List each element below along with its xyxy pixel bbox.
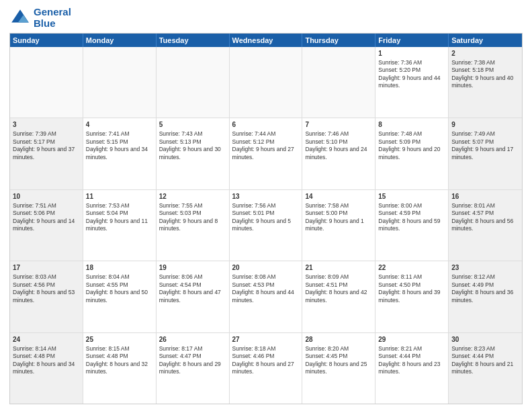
calendar-week: 1Sunrise: 7:36 AM Sunset: 5:20 PM Daylig… [10, 47, 522, 118]
day-info: Sunrise: 8:21 AM Sunset: 4:44 PM Dayligh… [378, 345, 445, 376]
calendar-cell [83, 47, 157, 118]
day-info: Sunrise: 8:17 AM Sunset: 4:47 PM Dayligh… [159, 345, 226, 376]
calendar-cell: 30Sunrise: 8:23 AM Sunset: 4:44 PM Dayli… [449, 333, 522, 404]
calendar-cell: 22Sunrise: 8:11 AM Sunset: 4:50 PM Dayli… [375, 261, 449, 332]
day-number: 14 [305, 192, 372, 201]
calendar-cell: 2Sunrise: 7:38 AM Sunset: 5:18 PM Daylig… [449, 47, 522, 118]
day-number: 11 [86, 192, 153, 201]
day-number: 22 [378, 263, 445, 272]
day-info: Sunrise: 8:06 AM Sunset: 4:54 PM Dayligh… [159, 273, 226, 304]
calendar-cell: 7Sunrise: 7:46 AM Sunset: 5:10 PM Daylig… [302, 118, 375, 189]
page: General Blue SundayMondayTuesdayWednesda… [0, 0, 532, 411]
day-info: Sunrise: 7:55 AM Sunset: 5:03 PM Dayligh… [159, 202, 226, 233]
calendar-cell: 18Sunrise: 8:04 AM Sunset: 4:55 PM Dayli… [83, 261, 157, 332]
calendar-cell: 9Sunrise: 7:49 AM Sunset: 5:07 PM Daylig… [449, 118, 522, 189]
calendar-day-header: Saturday [449, 34, 522, 47]
day-number: 18 [86, 263, 153, 272]
calendar-cell: 27Sunrise: 8:18 AM Sunset: 4:46 PM Dayli… [230, 333, 303, 404]
day-info: Sunrise: 8:18 AM Sunset: 4:46 PM Dayligh… [232, 345, 300, 376]
day-number: 1 [378, 49, 445, 58]
day-number: 24 [13, 335, 80, 344]
calendar-week: 10Sunrise: 7:51 AM Sunset: 5:06 PM Dayli… [10, 190, 522, 261]
calendar-cell: 28Sunrise: 8:20 AM Sunset: 4:45 PM Dayli… [302, 333, 375, 404]
calendar-week: 3Sunrise: 7:39 AM Sunset: 5:17 PM Daylig… [10, 118, 522, 189]
day-info: Sunrise: 7:58 AM Sunset: 5:00 PM Dayligh… [305, 202, 372, 233]
day-number: 23 [451, 263, 519, 272]
calendar-cell: 25Sunrise: 8:15 AM Sunset: 4:48 PM Dayli… [83, 333, 157, 404]
day-info: Sunrise: 7:38 AM Sunset: 5:18 PM Dayligh… [451, 59, 519, 90]
day-info: Sunrise: 8:15 AM Sunset: 4:48 PM Dayligh… [86, 345, 153, 376]
day-info: Sunrise: 8:03 AM Sunset: 4:56 PM Dayligh… [13, 273, 80, 304]
day-number: 26 [159, 335, 226, 344]
calendar: SundayMondayTuesdayWednesdayThursdayFrid… [9, 33, 523, 404]
day-info: Sunrise: 7:36 AM Sunset: 5:20 PM Dayligh… [378, 59, 445, 90]
logo-icon [9, 7, 31, 29]
day-number: 27 [232, 335, 300, 344]
day-number: 10 [13, 192, 80, 201]
day-number: 5 [159, 120, 226, 129]
calendar-cell: 13Sunrise: 7:56 AM Sunset: 5:01 PM Dayli… [230, 190, 303, 261]
day-number: 9 [451, 120, 519, 129]
day-info: Sunrise: 7:46 AM Sunset: 5:10 PM Dayligh… [305, 130, 372, 161]
calendar-day-header: Friday [375, 34, 449, 47]
calendar-cell: 20Sunrise: 8:08 AM Sunset: 4:53 PM Dayli… [230, 261, 303, 332]
calendar-cell: 12Sunrise: 7:55 AM Sunset: 5:03 PM Dayli… [157, 190, 230, 261]
day-number: 4 [86, 120, 153, 129]
day-number: 16 [451, 192, 519, 201]
day-info: Sunrise: 8:04 AM Sunset: 4:55 PM Dayligh… [86, 273, 153, 304]
day-info: Sunrise: 7:48 AM Sunset: 5:09 PM Dayligh… [378, 130, 445, 161]
calendar-cell: 14Sunrise: 7:58 AM Sunset: 5:00 PM Dayli… [302, 190, 375, 261]
day-info: Sunrise: 7:39 AM Sunset: 5:17 PM Dayligh… [13, 130, 80, 161]
day-number: 21 [305, 263, 372, 272]
day-info: Sunrise: 8:20 AM Sunset: 4:45 PM Dayligh… [305, 345, 372, 376]
calendar-cell: 5Sunrise: 7:43 AM Sunset: 5:13 PM Daylig… [157, 118, 230, 189]
day-number: 7 [305, 120, 372, 129]
calendar-cell [302, 47, 375, 118]
day-info: Sunrise: 7:44 AM Sunset: 5:12 PM Dayligh… [232, 130, 300, 161]
calendar-week: 17Sunrise: 8:03 AM Sunset: 4:56 PM Dayli… [10, 261, 522, 332]
calendar-cell: 1Sunrise: 7:36 AM Sunset: 5:20 PM Daylig… [375, 47, 449, 118]
calendar-cell: 29Sunrise: 8:21 AM Sunset: 4:44 PM Dayli… [375, 333, 449, 404]
day-info: Sunrise: 7:56 AM Sunset: 5:01 PM Dayligh… [232, 202, 300, 233]
day-info: Sunrise: 8:09 AM Sunset: 4:51 PM Dayligh… [305, 273, 372, 304]
day-info: Sunrise: 7:51 AM Sunset: 5:06 PM Dayligh… [13, 202, 80, 233]
logo-text: General Blue [34, 7, 71, 29]
day-info: Sunrise: 8:23 AM Sunset: 4:44 PM Dayligh… [451, 345, 519, 376]
day-info: Sunrise: 8:08 AM Sunset: 4:53 PM Dayligh… [232, 273, 300, 304]
header: General Blue [9, 7, 523, 29]
day-number: 17 [13, 263, 80, 272]
calendar-cell: 4Sunrise: 7:41 AM Sunset: 5:15 PM Daylig… [83, 118, 157, 189]
day-info: Sunrise: 7:43 AM Sunset: 5:13 PM Dayligh… [159, 130, 226, 161]
calendar-header: SundayMondayTuesdayWednesdayThursdayFrid… [10, 34, 522, 47]
calendar-cell [10, 47, 83, 118]
day-info: Sunrise: 8:14 AM Sunset: 4:48 PM Dayligh… [13, 345, 80, 376]
day-number: 12 [159, 192, 226, 201]
day-number: 8 [378, 120, 445, 129]
calendar-cell [157, 47, 230, 118]
day-number: 2 [451, 49, 519, 58]
day-number: 29 [378, 335, 445, 344]
day-info: Sunrise: 7:53 AM Sunset: 5:04 PM Dayligh… [86, 202, 153, 233]
day-number: 28 [305, 335, 372, 344]
day-number: 30 [451, 335, 519, 344]
calendar-cell [230, 47, 303, 118]
day-number: 19 [159, 263, 226, 272]
calendar-cell: 16Sunrise: 8:01 AM Sunset: 4:57 PM Dayli… [449, 190, 522, 261]
calendar-cell: 24Sunrise: 8:14 AM Sunset: 4:48 PM Dayli… [10, 333, 83, 404]
calendar-day-header: Wednesday [230, 34, 303, 47]
calendar-body: 1Sunrise: 7:36 AM Sunset: 5:20 PM Daylig… [10, 47, 522, 404]
day-info: Sunrise: 8:01 AM Sunset: 4:57 PM Dayligh… [451, 202, 519, 233]
calendar-cell: 8Sunrise: 7:48 AM Sunset: 5:09 PM Daylig… [375, 118, 449, 189]
calendar-cell: 21Sunrise: 8:09 AM Sunset: 4:51 PM Dayli… [302, 261, 375, 332]
logo: General Blue [9, 7, 71, 29]
calendar-day-header: Tuesday [157, 34, 230, 47]
day-info: Sunrise: 8:11 AM Sunset: 4:50 PM Dayligh… [378, 273, 445, 304]
calendar-cell: 23Sunrise: 8:12 AM Sunset: 4:49 PM Dayli… [449, 261, 522, 332]
day-info: Sunrise: 8:00 AM Sunset: 4:59 PM Dayligh… [378, 202, 445, 233]
calendar-cell: 10Sunrise: 7:51 AM Sunset: 5:06 PM Dayli… [10, 190, 83, 261]
calendar-cell: 15Sunrise: 8:00 AM Sunset: 4:59 PM Dayli… [375, 190, 449, 261]
calendar-day-header: Monday [83, 34, 157, 47]
day-info: Sunrise: 7:41 AM Sunset: 5:15 PM Dayligh… [86, 130, 153, 161]
calendar-cell: 11Sunrise: 7:53 AM Sunset: 5:04 PM Dayli… [83, 190, 157, 261]
calendar-week: 24Sunrise: 8:14 AM Sunset: 4:48 PM Dayli… [10, 333, 522, 404]
